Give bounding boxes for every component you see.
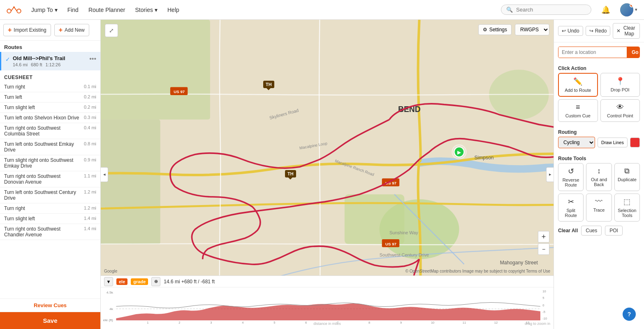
svg-text:12: 12 (494, 321, 498, 324)
route-tools-heading: Route Tools (554, 152, 644, 163)
cue-item: Turn right1.2 mi (0, 203, 100, 214)
top-nav: Jump To ▾ Find Route Planner Stories ▾ H… (0, 0, 644, 20)
selection-tools-button[interactable]: ⬚ Selection Tools (614, 194, 640, 222)
search-box[interactable]: 🔍 (501, 5, 591, 15)
nav-help[interactable]: Help (167, 7, 179, 13)
save-button[interactable]: Save (0, 312, 100, 329)
undo-redo-toolbar: ↩ Undo ↪ Redo ✕ Clear Map (554, 20, 644, 42)
route-tools-grid: ↺ Reverse Route ↕ Out and Back ⧉ Duplica… (554, 163, 644, 226)
expand-right-panel-button[interactable]: ▸ (546, 167, 554, 182)
trace-button[interactable]: 〰 Trace (586, 194, 612, 222)
svg-text:5: 5 (273, 321, 275, 324)
cue-list: Turn right0.1 miTurn left0.2 miTurn slig… (0, 82, 100, 299)
out-and-back-button[interactable]: ↕ Out and Back (586, 163, 612, 191)
cue-item: Turn right onto Southwest Chandler Avenu… (0, 224, 100, 240)
undo-icon: ↩ (562, 28, 566, 34)
location-input[interactable] (558, 47, 627, 58)
logo[interactable] (7, 2, 21, 18)
split-route-icon: ✂ (568, 197, 574, 206)
svg-text:3: 3 (210, 321, 212, 324)
elevation-x-label: distance in miles (313, 322, 341, 326)
svg-text:4: 4 (242, 321, 243, 324)
clear-cues-button[interactable]: Cues (581, 226, 602, 236)
nav-find[interactable]: Find (67, 7, 79, 13)
trace-icon: 〰 (595, 197, 602, 206)
map-toolbar: ⤢ (105, 24, 118, 37)
svg-text:2: 2 (178, 321, 180, 324)
elevation-ele-badge[interactable]: ele (116, 278, 127, 285)
svg-text:-5: -5 (542, 310, 545, 314)
user-menu[interactable]: ▾ (620, 3, 637, 16)
control-point-button[interactable]: 👁 Control Point (600, 99, 640, 122)
svg-text:1: 1 (147, 321, 148, 324)
reverse-route-button[interactable]: ↺ Reverse Route (558, 163, 584, 191)
nav-stories[interactable]: Stories ▾ (135, 7, 158, 13)
route-color-swatch[interactable] (630, 138, 640, 147)
zoom-in-button[interactable]: + (538, 231, 549, 243)
split-route-button[interactable]: ✂ Split Route (558, 194, 584, 222)
svg-point-0 (7, 9, 11, 13)
duplicate-button[interactable]: ⧉ Duplicate (614, 163, 640, 191)
zoom-out-button[interactable]: − (538, 243, 549, 255)
draw-lines-button[interactable]: Draw Lines (598, 138, 628, 147)
svg-text:Sunshine Way: Sunshine Way (389, 230, 418, 235)
svg-text:Mahogany Street: Mahogany Street (500, 260, 538, 266)
svg-text:0: 0 (542, 303, 544, 307)
svg-text:4.5k: 4.5k (107, 291, 114, 294)
undo-button[interactable]: ↩ Undo (558, 26, 583, 36)
routing-select[interactable]: Cycling Walking Driving Hiking (558, 137, 595, 148)
map-copyright: © OpenStreetMap contributors Image may b… (405, 269, 550, 273)
user-online-dot (630, 3, 633, 7)
elevation-down-button[interactable]: ▼ (104, 277, 113, 286)
elevation-grade-badge[interactable]: grade (131, 278, 148, 285)
cue-item: Turn right onto Southwest Columbia Stree… (0, 123, 100, 139)
left-sidebar: + Import Existing + Add New Routes ✓ Old… (0, 20, 101, 329)
map-attribution: Google (104, 269, 117, 273)
nav-jump-to[interactable]: Jump To ▾ (31, 7, 58, 13)
collapse-sidebar-button[interactable]: ◂ (101, 167, 108, 182)
clear-map-button[interactable]: ✕ Clear Map (613, 23, 640, 39)
svg-text:6: 6 (305, 321, 307, 324)
svg-point-1 (17, 9, 21, 13)
search-input[interactable] (516, 7, 582, 13)
add-to-route-button[interactable]: ✏️ Add to Route (558, 73, 598, 97)
svg-text:9: 9 (400, 321, 402, 324)
nav-route-planner[interactable]: Route Planner (88, 7, 125, 13)
review-cues-button[interactable]: Review Cues (0, 299, 100, 312)
drop-poi-icon: 📍 (616, 77, 625, 86)
elevation-zoom-button[interactable]: ⊕ (151, 277, 160, 286)
route-more-button[interactable]: ••• (89, 55, 96, 63)
import-existing-button[interactable]: + Import Existing (3, 24, 51, 36)
clear-all-section: Clear All Cues POI (554, 226, 644, 239)
map-settings-button[interactable]: ⚙ Settings (478, 24, 512, 35)
route-item[interactable]: ✓ Old Mill-->Phil's Trail 14.6 mi 680 ft… (0, 52, 100, 70)
svg-text:8: 8 (368, 321, 370, 324)
click-action-heading: Click Action (554, 62, 644, 73)
routes-heading: Routes (0, 41, 100, 52)
custom-cue-button[interactable]: ≡ Custom Cue (558, 99, 598, 122)
redo-button[interactable]: ↪ Redo (586, 26, 611, 36)
cue-item: Turn slight right onto Southwest Emkay D… (0, 155, 100, 171)
cue-item: Turn slight left1.4 mi (0, 214, 100, 224)
elevation-chart[interactable]: 4.5k 4k ele (ft) 10 5 0 -5 -10 1 (101, 287, 554, 327)
map-area[interactable]: US 97 US 97 US 97 BEND Simpson Deschutes… (101, 20, 554, 329)
trailhead-marker-2[interactable]: TH (285, 170, 296, 177)
add-new-plus-icon: + (59, 26, 63, 34)
notification-bell[interactable]: 🔔 (601, 5, 610, 14)
drop-poi-button[interactable]: 📍 Drop POI (600, 73, 640, 97)
cue-item: Turn slight left0.2 mi (0, 103, 100, 113)
cue-item: Turn left0.2 mi (0, 92, 100, 103)
clear-poi-button[interactable]: POI (605, 226, 623, 236)
add-new-button[interactable]: + Add New (54, 24, 89, 36)
svg-text:11: 11 (463, 321, 466, 324)
help-button[interactable]: ? (623, 308, 636, 321)
add-to-route-icon: ✏️ (573, 77, 582, 86)
cue-item: Turn left onto Shelvon Hixon Drive0.3 mi (0, 113, 100, 123)
svg-text:10: 10 (431, 321, 434, 324)
map-type-select[interactable]: RWGPS Satellite Terrain OSM (515, 24, 549, 35)
user-menu-chevron: ▾ (635, 7, 637, 12)
trailhead-marker-1[interactable]: TH (263, 81, 274, 88)
fullscreen-button[interactable]: ⤢ (105, 24, 118, 37)
elevation-bar: ▼ ele grade ⊕ 14.6 mi +680 ft / -681 ft … (101, 275, 554, 329)
go-button[interactable]: Go (627, 47, 640, 58)
